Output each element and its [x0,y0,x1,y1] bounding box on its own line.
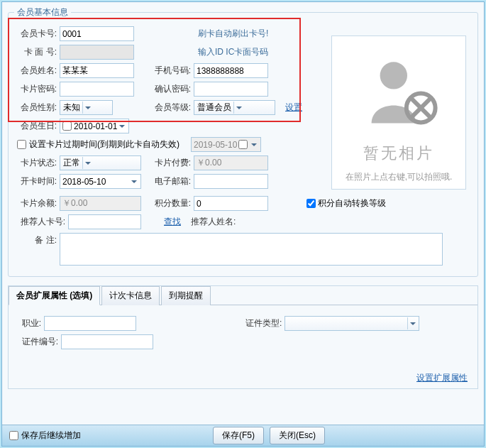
avatar-placeholder-icon [346,45,452,137]
set-extended-attrs-link[interactable]: 设置扩展属性 [416,372,468,384]
gender-label: 会员性别: [14,102,57,114]
occupation-input[interactable] [44,316,136,331]
open-time-label: 开卡时间: [14,175,57,187]
face-number-label: 卡 面 号: [14,46,57,58]
chevron-down-icon [249,138,259,151]
card-number-label: 会员卡号: [14,28,57,40]
level-set-link[interactable]: 设置 [285,102,302,114]
open-time-picker[interactable]: 2018-05-10 [60,174,141,189]
password-input[interactable] [60,82,134,97]
doc-no-label: 证件编号: [17,336,58,348]
member-name-input[interactable] [60,63,134,78]
chevron-down-icon [407,317,418,329]
doc-type-label: 证件类型: [245,317,282,329]
find-referrer-link[interactable]: 查找 [164,216,181,228]
close-button[interactable]: 关闭(Esc) [270,427,325,444]
pay-label: 卡片付费: [148,157,191,169]
face-number-hint: 输入ID IC卡面号码 [198,46,268,58]
expire-date-checkbox[interactable] [238,140,248,149]
chevron-down-icon [233,102,244,114]
auto-convert-checkbox[interactable] [306,199,316,208]
level-select[interactable]: 普通会员 [194,100,275,115]
doc-type-select[interactable] [285,316,419,331]
footer-bar: 保存后继续增加 保存(F5) 关闭(Esc) [2,425,484,446]
save-continue-label: 保存后继续增加 [21,430,81,442]
memo-label: 备 注: [14,233,57,246]
card-number-hint: 刷卡自动刷出卡号! [198,28,268,40]
password2-input[interactable] [194,82,268,97]
balance-input[interactable] [60,196,141,211]
status-label: 卡片状态: [14,157,57,169]
status-select[interactable]: 正常 [60,155,141,170]
phone-label: 手机号码: [148,65,191,77]
points-qty-input[interactable] [194,196,268,211]
tab-count-card-info[interactable]: 计次卡信息 [101,286,160,305]
phone-input[interactable] [194,63,268,78]
level-label: 会员等级: [148,102,191,114]
chevron-down-icon [82,102,93,114]
memo-textarea[interactable] [60,233,443,266]
chevron-down-icon [82,157,93,169]
basic-info-legend: 会员基本信息 [14,6,71,18]
photo-tip: 在照片上点右键,可以拍照哦. [336,171,461,183]
expire-checkbox[interactable] [17,140,26,149]
referrer-no-label: 推荐人卡号: [14,216,65,228]
tab-expire-reminder[interactable]: 到期提醒 [161,286,211,305]
birthday-label: 会员生日: [14,120,57,132]
password2-label: 确认密码: [148,83,191,95]
birthday-picker[interactable]: 2010-01-01 [60,119,129,133]
face-number-input[interactable] [60,45,134,60]
no-photo-text: 暂无相片 [336,143,461,164]
expire-label: 设置卡片过期时间(到期则此卡自动失效) [29,138,180,151]
member-name-label: 会员姓名: [14,65,57,77]
chevron-down-icon [129,175,139,187]
gender-select[interactable]: 未知 [60,100,113,115]
save-button[interactable]: 保存(F5) [213,427,264,444]
email-label: 电子邮箱: [148,175,191,187]
auto-convert-label: 积分自动转换等级 [318,198,386,208]
occupation-label: 职业: [17,317,41,329]
referrer-no-input[interactable] [68,214,141,229]
referrer-name-label: 推荐人姓名: [191,216,236,228]
balance-label: 卡片余额: [14,197,57,209]
birthday-checkbox[interactable] [62,121,72,131]
save-continue-checkbox[interactable] [9,431,18,440]
card-number-input[interactable] [60,26,134,41]
doc-no-input[interactable] [61,334,153,349]
password-label: 卡片密码: [14,83,57,95]
email-input[interactable] [194,174,268,189]
pay-input[interactable] [194,155,268,170]
points-qty-label: 积分数量: [148,197,191,209]
tab-extended-attrs[interactable]: 会员扩展属性 (选填) [9,286,100,305]
photo-box[interactable]: 暂无相片 在照片上点右键,可以拍照哦. [331,35,466,190]
chevron-down-icon [117,120,127,132]
extended-attributes-frame: 会员扩展属性 (选填) 计次卡信息 到期提醒 职业: 证件类型: 证件编号: 设… [8,285,478,389]
svg-point-0 [380,62,407,89]
expire-date-picker[interactable]: 2019-05-10 [191,137,261,152]
basic-info-fieldset: 会员基本信息 会员卡号: 刷卡自动刷出卡号! 卡 面 号: [8,6,478,277]
